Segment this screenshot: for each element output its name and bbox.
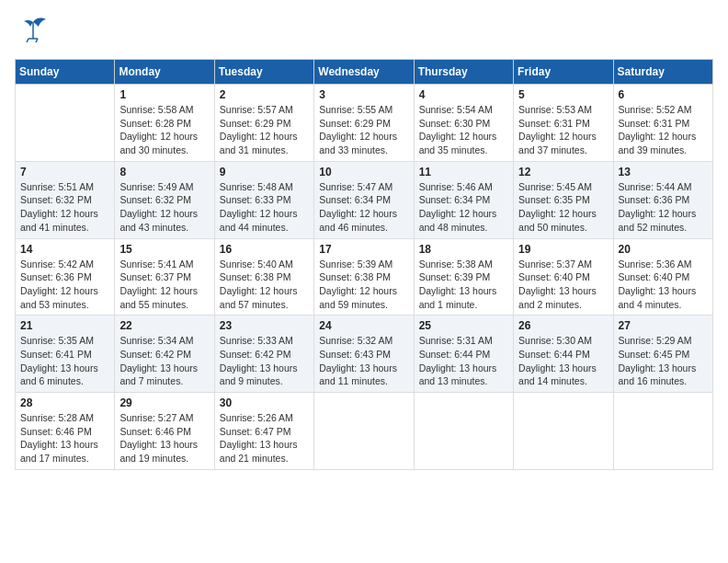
- day-of-week-header: Sunday: [16, 60, 115, 85]
- calendar-cell: [613, 393, 712, 470]
- day-number: 18: [419, 243, 508, 256]
- day-of-week-header: Tuesday: [214, 60, 313, 85]
- calendar-cell: 1Sunrise: 5:58 AM Sunset: 6:28 PM Daylig…: [115, 85, 214, 162]
- calendar-week-row: 7Sunrise: 5:51 AM Sunset: 6:32 PM Daylig…: [16, 161, 713, 238]
- day-of-week-header: Thursday: [414, 60, 513, 85]
- day-number: 22: [119, 319, 209, 332]
- calendar-week-row: 14Sunrise: 5:42 AM Sunset: 6:36 PM Dayli…: [16, 238, 713, 316]
- day-number: 21: [20, 319, 109, 332]
- calendar-week-row: 21Sunrise: 5:35 AM Sunset: 6:41 PM Dayli…: [16, 316, 713, 393]
- calendar-cell: 22Sunrise: 5:34 AM Sunset: 6:42 PM Dayli…: [115, 316, 214, 393]
- day-number: 8: [119, 166, 209, 178]
- day-info: Sunrise: 5:34 AM Sunset: 6:42 PM Dayligh…: [119, 334, 209, 388]
- day-number: 7: [20, 166, 109, 178]
- day-info: Sunrise: 5:41 AM Sunset: 6:37 PM Dayligh…: [119, 258, 209, 312]
- calendar-cell: 30Sunrise: 5:26 AM Sunset: 6:47 PM Dayli…: [214, 393, 313, 470]
- calendar-header-row: SundayMondayTuesdayWednesdayThursdayFrid…: [16, 60, 713, 85]
- calendar-cell: 26Sunrise: 5:30 AM Sunset: 6:44 PM Dayli…: [514, 316, 613, 393]
- day-number: 25: [419, 319, 508, 332]
- day-of-week-header: Friday: [514, 60, 613, 85]
- day-number: 13: [619, 166, 708, 178]
- calendar-cell: 3Sunrise: 5:55 AM Sunset: 6:29 PM Daylig…: [314, 85, 414, 162]
- day-info: Sunrise: 5:28 AM Sunset: 6:46 PM Dayligh…: [20, 411, 109, 465]
- day-info: Sunrise: 5:55 AM Sunset: 6:29 PM Dayligh…: [319, 103, 408, 157]
- calendar-cell: 29Sunrise: 5:27 AM Sunset: 6:46 PM Dayli…: [115, 393, 214, 470]
- day-info: Sunrise: 5:39 AM Sunset: 6:38 PM Dayligh…: [319, 258, 408, 312]
- calendar-cell: 7Sunrise: 5:51 AM Sunset: 6:32 PM Daylig…: [16, 161, 115, 238]
- day-number: 1: [119, 88, 209, 101]
- calendar-cell: 12Sunrise: 5:45 AM Sunset: 6:35 PM Dayli…: [514, 161, 613, 238]
- day-number: 3: [319, 88, 408, 101]
- day-number: 28: [20, 396, 109, 409]
- day-info: Sunrise: 5:35 AM Sunset: 6:41 PM Dayligh…: [20, 334, 109, 388]
- day-number: 17: [319, 243, 408, 256]
- day-info: Sunrise: 5:53 AM Sunset: 6:31 PM Dayligh…: [518, 103, 608, 157]
- day-info: Sunrise: 5:38 AM Sunset: 6:39 PM Dayligh…: [419, 258, 508, 312]
- calendar-cell: 4Sunrise: 5:54 AM Sunset: 6:30 PM Daylig…: [414, 85, 513, 162]
- calendar-cell: [16, 85, 115, 162]
- day-info: Sunrise: 5:31 AM Sunset: 6:44 PM Dayligh…: [419, 334, 508, 388]
- logo: [15, 15, 53, 48]
- day-number: 24: [319, 319, 408, 332]
- day-info: Sunrise: 5:57 AM Sunset: 6:29 PM Dayligh…: [220, 103, 309, 157]
- calendar-cell: 20Sunrise: 5:36 AM Sunset: 6:40 PM Dayli…: [613, 238, 712, 316]
- day-info: Sunrise: 5:27 AM Sunset: 6:46 PM Dayligh…: [119, 411, 209, 465]
- calendar-cell: 15Sunrise: 5:41 AM Sunset: 6:37 PM Dayli…: [115, 238, 214, 316]
- day-number: 11: [419, 166, 508, 178]
- day-number: 6: [619, 88, 708, 101]
- calendar-table: SundayMondayTuesdayWednesdayThursdayFrid…: [15, 59, 713, 470]
- day-number: 9: [220, 166, 309, 178]
- calendar-cell: [314, 393, 414, 470]
- day-info: Sunrise: 5:47 AM Sunset: 6:34 PM Dayligh…: [319, 180, 408, 235]
- day-number: 23: [220, 319, 309, 332]
- day-info: Sunrise: 5:48 AM Sunset: 6:33 PM Dayligh…: [220, 180, 309, 235]
- calendar-cell: 13Sunrise: 5:44 AM Sunset: 6:36 PM Dayli…: [613, 161, 712, 238]
- day-number: 16: [220, 243, 309, 256]
- day-number: 14: [20, 243, 109, 256]
- day-info: Sunrise: 5:54 AM Sunset: 6:30 PM Dayligh…: [419, 103, 508, 157]
- day-of-week-header: Monday: [115, 60, 214, 85]
- day-info: Sunrise: 5:46 AM Sunset: 6:34 PM Dayligh…: [419, 180, 508, 235]
- day-number: 30: [220, 396, 309, 409]
- day-number: 12: [518, 166, 608, 178]
- day-info: Sunrise: 5:33 AM Sunset: 6:42 PM Dayligh…: [220, 334, 309, 388]
- calendar-cell: 21Sunrise: 5:35 AM Sunset: 6:41 PM Dayli…: [16, 316, 115, 393]
- calendar-cell: 18Sunrise: 5:38 AM Sunset: 6:39 PM Dayli…: [414, 238, 513, 316]
- day-info: Sunrise: 5:51 AM Sunset: 6:32 PM Dayligh…: [20, 180, 109, 235]
- day-number: 10: [319, 166, 408, 178]
- calendar-cell: 11Sunrise: 5:46 AM Sunset: 6:34 PM Dayli…: [414, 161, 513, 238]
- day-info: Sunrise: 5:58 AM Sunset: 6:28 PM Dayligh…: [119, 103, 209, 157]
- calendar-cell: 19Sunrise: 5:37 AM Sunset: 6:40 PM Dayli…: [514, 238, 613, 316]
- calendar-cell: [514, 393, 613, 470]
- logo-icon: [15, 15, 51, 48]
- day-of-week-header: Saturday: [613, 60, 712, 85]
- day-number: 19: [518, 243, 608, 256]
- day-number: 2: [220, 88, 309, 101]
- day-info: Sunrise: 5:36 AM Sunset: 6:40 PM Dayligh…: [619, 258, 708, 312]
- calendar-cell: 28Sunrise: 5:28 AM Sunset: 6:46 PM Dayli…: [16, 393, 115, 470]
- calendar-cell: 10Sunrise: 5:47 AM Sunset: 6:34 PM Dayli…: [314, 161, 414, 238]
- day-info: Sunrise: 5:42 AM Sunset: 6:36 PM Dayligh…: [20, 258, 109, 312]
- calendar-cell: 16Sunrise: 5:40 AM Sunset: 6:38 PM Dayli…: [214, 238, 313, 316]
- day-number: 4: [419, 88, 508, 101]
- day-number: 15: [119, 243, 209, 256]
- calendar-cell: 23Sunrise: 5:33 AM Sunset: 6:42 PM Dayli…: [214, 316, 313, 393]
- calendar-cell: 17Sunrise: 5:39 AM Sunset: 6:38 PM Dayli…: [314, 238, 414, 316]
- calendar-week-row: 1Sunrise: 5:58 AM Sunset: 6:28 PM Daylig…: [16, 85, 713, 162]
- page-header: [15, 15, 713, 48]
- day-of-week-header: Wednesday: [314, 60, 414, 85]
- day-info: Sunrise: 5:30 AM Sunset: 6:44 PM Dayligh…: [518, 334, 608, 388]
- calendar-cell: 27Sunrise: 5:29 AM Sunset: 6:45 PM Dayli…: [613, 316, 712, 393]
- day-info: Sunrise: 5:52 AM Sunset: 6:31 PM Dayligh…: [619, 103, 708, 157]
- calendar-cell: 24Sunrise: 5:32 AM Sunset: 6:43 PM Dayli…: [314, 316, 414, 393]
- calendar-cell: 25Sunrise: 5:31 AM Sunset: 6:44 PM Dayli…: [414, 316, 513, 393]
- day-info: Sunrise: 5:45 AM Sunset: 6:35 PM Dayligh…: [518, 180, 608, 235]
- day-info: Sunrise: 5:32 AM Sunset: 6:43 PM Dayligh…: [319, 334, 408, 388]
- day-info: Sunrise: 5:49 AM Sunset: 6:32 PM Dayligh…: [119, 180, 209, 235]
- calendar-cell: 8Sunrise: 5:49 AM Sunset: 6:32 PM Daylig…: [115, 161, 214, 238]
- calendar-cell: [414, 393, 513, 470]
- day-number: 5: [518, 88, 608, 101]
- day-number: 27: [619, 319, 708, 332]
- day-number: 20: [619, 243, 708, 256]
- calendar-cell: 2Sunrise: 5:57 AM Sunset: 6:29 PM Daylig…: [214, 85, 313, 162]
